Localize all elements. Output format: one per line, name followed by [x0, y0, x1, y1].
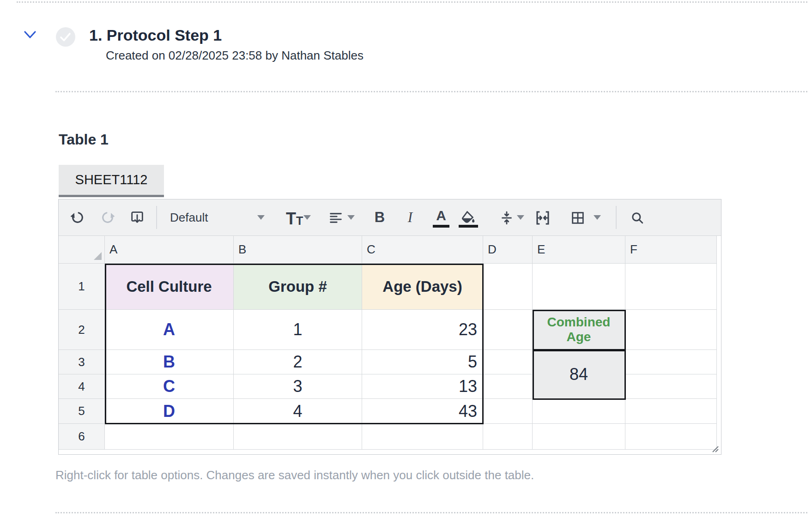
- cell-A2[interactable]: A: [105, 310, 234, 350]
- grid-gutter: [717, 374, 721, 399]
- cell-F6[interactable]: [625, 424, 717, 450]
- cell-E3-E4-merged[interactable]: 84: [533, 350, 625, 399]
- col-header-D[interactable]: D: [483, 236, 533, 264]
- col-header-A[interactable]: A: [105, 236, 234, 264]
- cell-F2[interactable]: [625, 310, 717, 350]
- cell-A1[interactable]: Cell Culture: [105, 264, 234, 310]
- cell-C2[interactable]: 23: [362, 310, 483, 350]
- italic-icon[interactable]: I: [403, 199, 418, 235]
- fill-color-icon[interactable]: [460, 210, 477, 225]
- cell-E1[interactable]: [533, 264, 625, 310]
- cell-C5[interactable]: 43: [362, 399, 483, 424]
- row-header-1[interactable]: 1: [59, 264, 105, 310]
- cell-F5[interactable]: [625, 399, 717, 424]
- cell-D6[interactable]: [483, 424, 533, 450]
- row-header-6[interactable]: 6: [59, 424, 105, 450]
- cell-A3[interactable]: B: [105, 350, 234, 374]
- cell-E5[interactable]: [533, 399, 625, 424]
- grid-gutter: [717, 350, 721, 374]
- cell-F1[interactable]: [625, 264, 717, 310]
- spreadsheet-widget: Default TT B I A: [58, 199, 721, 455]
- grid-gutter: [717, 236, 721, 264]
- font-style-select[interactable]: Default: [170, 199, 208, 235]
- bold-icon[interactable]: B: [372, 199, 387, 235]
- cell-C6[interactable]: [362, 424, 483, 450]
- cell-B4[interactable]: 3: [234, 374, 362, 399]
- cell-A6[interactable]: [105, 424, 234, 450]
- cell-B2[interactable]: 1: [234, 310, 362, 350]
- top-dotted-divider: [17, 1, 807, 3]
- corner-triangle-icon: [93, 251, 102, 260]
- toolbar-separator: [156, 206, 157, 229]
- cell-B1[interactable]: Group #: [234, 264, 362, 310]
- cell-D2[interactable]: [483, 310, 533, 350]
- text-color-bar: [433, 225, 449, 228]
- row-header-4[interactable]: 4: [59, 374, 105, 399]
- font-style-caret-icon[interactable]: [257, 215, 265, 220]
- bottom-dotted-divider: [55, 512, 807, 513]
- cell-C4[interactable]: 13: [362, 374, 483, 399]
- font-size-caret-icon[interactable]: [303, 215, 311, 220]
- grid-gutter: [717, 310, 721, 350]
- cell-A4[interactable]: C: [105, 374, 234, 399]
- cell-D1[interactable]: [483, 264, 533, 310]
- cell-D5[interactable]: [483, 399, 533, 424]
- borders-icon[interactable]: [570, 210, 586, 226]
- cell-B6[interactable]: [234, 424, 362, 450]
- cell-F3[interactable]: [625, 350, 717, 374]
- section-dotted-divider: [55, 91, 807, 92]
- step-subtitle: Created on 02/28/2025 23:58 by Nathan St…: [106, 48, 364, 63]
- row-height-caret-icon[interactable]: [517, 215, 524, 220]
- step-complete-check-icon[interactable]: [56, 27, 75, 47]
- cell-D4[interactable]: [483, 374, 533, 399]
- col-header-E[interactable]: E: [533, 236, 625, 264]
- grid-gutter: [717, 399, 721, 424]
- toolbar-separator: [616, 206, 617, 229]
- grid-gutter: [59, 450, 721, 454]
- step-title: 1. Protocol Step 1: [89, 25, 222, 45]
- font-size-icon[interactable]: TT: [286, 199, 303, 235]
- borders-caret-icon[interactable]: [594, 215, 601, 220]
- cell-C1[interactable]: Age (Days): [362, 264, 483, 310]
- col-header-F[interactable]: F: [625, 236, 717, 264]
- row-header-5[interactable]: 5: [59, 399, 105, 424]
- insert-row-below-icon[interactable]: [129, 210, 145, 225]
- cell-B3[interactable]: 2: [234, 350, 362, 374]
- row-header-3[interactable]: 3: [59, 350, 105, 374]
- select-all-corner[interactable]: [59, 236, 105, 264]
- grid-gutter: [717, 264, 721, 310]
- align-caret-icon[interactable]: [347, 215, 355, 220]
- row-header-2[interactable]: 2: [59, 310, 105, 350]
- search-icon[interactable]: [630, 210, 645, 226]
- row-height-icon[interactable]: [499, 210, 515, 226]
- fill-color-bar: [459, 225, 478, 228]
- merge-cells-icon[interactable]: [533, 209, 552, 227]
- cell-E2[interactable]: Combined Age: [533, 310, 625, 350]
- spreadsheet-grid: A B C D E F 1 Cell Culture Group # Age (…: [59, 236, 721, 454]
- spreadsheet-toolbar: Default TT B I A: [59, 199, 721, 236]
- sheet-tab[interactable]: SHEET1112: [59, 165, 164, 197]
- cell-C3[interactable]: 5: [362, 350, 483, 374]
- cell-B5[interactable]: 4: [234, 399, 362, 424]
- collapse-chevron-icon[interactable]: [23, 30, 37, 41]
- sheet-tab-label: SHEET1112: [75, 172, 148, 187]
- table-hint-text: Right-click for table options. Changes a…: [55, 468, 534, 482]
- font-style-value: Default: [170, 211, 208, 225]
- cell-E6[interactable]: [533, 424, 625, 450]
- redo-icon[interactable]: [100, 210, 115, 225]
- col-header-B[interactable]: B: [234, 236, 362, 264]
- resize-handle-icon[interactable]: [711, 445, 719, 453]
- table-title: Table 1: [59, 131, 109, 148]
- cell-F4[interactable]: [625, 374, 717, 399]
- undo-icon[interactable]: [70, 210, 85, 225]
- col-header-C[interactable]: C: [362, 236, 483, 264]
- cell-A5[interactable]: D: [105, 399, 234, 424]
- combined-age-label: Combined Age: [533, 315, 625, 344]
- cell-D3[interactable]: [483, 350, 533, 374]
- align-left-icon[interactable]: [328, 210, 344, 226]
